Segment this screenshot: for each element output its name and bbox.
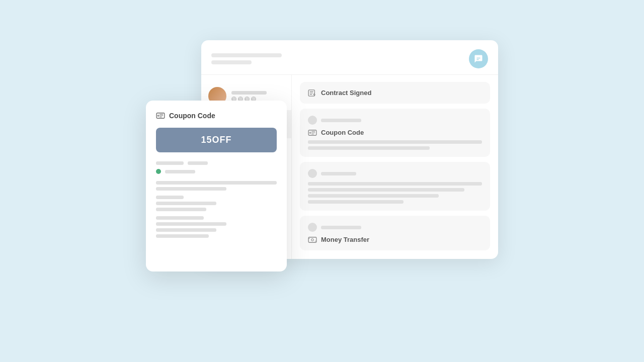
ph-line — [308, 182, 482, 186]
svg-rect-0 — [476, 58, 480, 59]
placeholder-meta — [308, 169, 482, 178]
coupon-meta — [308, 116, 482, 125]
money-meta — [308, 223, 482, 232]
ph-line — [156, 202, 216, 205]
meta-row-1 — [156, 161, 277, 165]
ph-line — [308, 140, 482, 144]
placeholder-content-row — [300, 162, 490, 211]
ticket-icon — [156, 112, 165, 119]
coupon-card: Coupon Code 15OFF — [146, 101, 287, 272]
scene: ⬜ ⬜ ⬜ ⬜ ⬜ ⬜ ⬜ — [146, 40, 498, 322]
ph-line — [308, 200, 404, 204]
coupon-section-2 — [156, 196, 277, 211]
meta-row-2 — [156, 169, 277, 174]
ph-line — [156, 196, 184, 199]
ticket-icon — [308, 129, 317, 136]
main-card-header — [201, 40, 498, 75]
ph-line — [156, 181, 277, 185]
header-avatar[interactable] — [469, 49, 488, 68]
svg-rect-1 — [476, 59, 479, 60]
ph-line — [156, 222, 226, 226]
coupon-code-button[interactable]: 15OFF — [156, 128, 277, 152]
svg-rect-11 — [308, 237, 316, 242]
ph-line — [156, 234, 209, 238]
status-dot — [156, 169, 161, 174]
money-transfer-title: Money Transfer — [308, 236, 482, 243]
money-transfer-label: Money Transfer — [321, 236, 369, 243]
header-line-2 — [211, 60, 252, 64]
money-icon — [308, 236, 317, 243]
coupon-code-label: Coupon Code — [308, 129, 482, 136]
coupon-card-title: Coupon Code — [156, 112, 277, 120]
ph-line — [308, 188, 464, 192]
coupon-label-text: Coupon Code — [321, 129, 364, 136]
coupon-section-1 — [156, 181, 277, 191]
placeholder-lines — [308, 182, 482, 204]
placeholder-avatar — [308, 169, 317, 178]
coupon-section-3 — [156, 216, 277, 238]
sidebar-info: ⬜ ⬜ ⬜ ⬜ — [231, 91, 284, 102]
ph-line — [308, 194, 439, 198]
money-avatar — [308, 223, 317, 232]
name-line — [231, 91, 267, 95]
header-line-1 — [211, 53, 282, 57]
meta-line — [321, 172, 356, 175]
ph-line — [156, 228, 216, 232]
svg-point-7 — [309, 132, 311, 133]
coupon-code-value: 15OFF — [201, 135, 231, 145]
contract-signed-label: Contract Signed — [321, 89, 371, 97]
coupon-card-meta — [156, 161, 277, 174]
status-label-line — [165, 170, 195, 173]
coupon-avatar — [308, 116, 317, 125]
contract-signed-row: Contract Signed — [300, 82, 490, 104]
meta-ph-1 — [156, 161, 184, 165]
ph-line — [156, 208, 206, 211]
chat-icon — [474, 54, 483, 63]
coupon-card-title-text: Coupon Code — [169, 112, 215, 120]
coupon-code-content-row: Coupon Code — [300, 109, 490, 157]
contract-signed-title: Contract Signed — [308, 89, 482, 97]
content-panel: Contract Signed — [292, 75, 498, 259]
meta-line — [321, 119, 361, 122]
svg-point-16 — [157, 115, 159, 117]
coupon-placeholder-lines — [308, 140, 482, 150]
document-icon — [308, 89, 317, 97]
svg-point-12 — [311, 238, 313, 240]
ph-line — [308, 146, 430, 150]
ph-line — [156, 216, 204, 220]
ph-line — [156, 187, 226, 191]
money-transfer-row: Money Transfer — [300, 216, 490, 250]
header-lines — [211, 53, 282, 64]
meta-line — [321, 226, 361, 229]
meta-ph-2 — [188, 161, 208, 165]
